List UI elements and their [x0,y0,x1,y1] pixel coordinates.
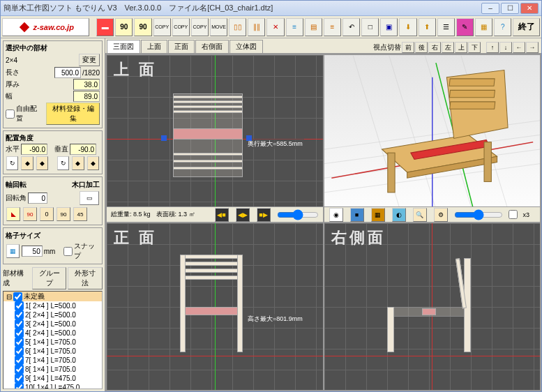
menu-icon[interactable]: ☰ [437,18,455,36]
quit-button[interactable]: 終了 [513,18,540,36]
tab-front[interactable]: 正面 [168,40,195,53]
rotate-90b-icon[interactable]: 90 [134,18,151,36]
page-icon[interactable]: □ [361,18,379,36]
tool-icon[interactable]: ▬ [96,18,114,36]
set-icon[interactable]: ⚙ [434,208,448,222]
list-icon[interactable]: ≡ [286,18,303,36]
part-checkbox[interactable] [15,329,24,338]
horiz-angle-input[interactable] [21,144,47,155]
tree-root[interactable]: ⊟ 未定義 [3,292,102,301]
save-icon[interactable]: ⬆ [419,18,436,36]
part-checkbox[interactable] [15,383,24,389]
endwork-icon[interactable]: ▭ [80,191,99,205]
snap-checkbox[interactable] [63,247,73,256]
rotate-90-icon[interactable]: 90 [115,18,133,36]
copy3-icon[interactable]: COPY [191,18,209,36]
part-item[interactable]: 10[ 1×4 ] L=475.0 [3,383,102,389]
front-view[interactable]: 正 面 高さ最大=801.9mm [107,223,323,390]
close-button[interactable]: ✕ [520,3,539,14]
rotate-icon[interactable]: ↻ [6,156,18,170]
top-view[interactable]: 上 面 奥行最大=585.5mm 総重量: 8.5 kg [107,55,323,222]
arrow-right-icon[interactable]: → [526,42,539,53]
part-item[interactable]: 4[ 2×4 ] L=500.0 [3,329,102,338]
thickness-input[interactable] [73,79,100,90]
delete-icon[interactable]: ✕ [266,18,284,36]
grid2-icon[interactable]: ▦ [475,18,492,36]
rot-p90-button[interactable]: 90 [23,207,37,221]
width-input[interactable] [73,91,100,102]
dir4-icon[interactable]: ◆ [87,156,99,170]
zoom-icon[interactable]: 🔍 [413,208,427,222]
outline-button[interactable]: 外形寸法 [68,267,103,289]
part-checkbox[interactable] [15,310,24,319]
new-icon[interactable]: ▣ [380,18,398,36]
length-input[interactable] [54,67,81,78]
change-button[interactable]: 変更 [79,54,100,66]
copy-icon[interactable]: COPY [153,18,171,36]
part-checkbox[interactable] [15,301,24,310]
split-icon[interactable]: ∥∥ [248,18,265,36]
part-checkbox[interactable] [15,374,24,383]
grid-icon[interactable]: ▤ [305,18,322,36]
rot-red-icon[interactable]: ◣ [6,207,20,221]
part-item[interactable]: 6[ 1×4 ] L=705.0 [3,347,102,356]
part-item[interactable]: 2[ 2×4 ] L=500.0 [3,310,102,319]
part-item[interactable]: 8[ 1×4 ] L=705.0 [3,365,102,374]
rot-zero-button[interactable]: 0 [40,207,54,221]
tab-top[interactable]: 上面 [141,40,167,53]
part-checkbox[interactable] [15,338,24,347]
arrow-down-icon[interactable]: ↓ [499,42,512,53]
rot-45-button[interactable]: 45 [73,207,87,221]
part-checkbox[interactable] [15,347,24,356]
align-right-icon[interactable]: ■▶ [257,208,271,222]
help-icon[interactable]: ? [494,18,511,36]
cam-right-button[interactable]: 右 [428,42,441,53]
maximize-button[interactable]: ☐ [501,3,519,14]
perspective-view[interactable]: ◉ ■ ▦ ◐ 🔍 ⚙ x3 [324,55,541,222]
vert-angle-input[interactable] [70,144,96,155]
undo-icon[interactable]: ↶ [342,18,360,36]
arrow-left-icon[interactable]: ← [513,42,525,53]
rotate2-icon[interactable]: ↻ [57,156,69,170]
align-center-icon[interactable]: ◀▶ [236,208,250,222]
gridsize-input[interactable] [22,246,43,257]
arrow-up-icon[interactable]: ↑ [486,42,499,53]
copy2-icon[interactable]: COPY [172,18,190,36]
dir2-icon[interactable]: ◆ [36,156,48,170]
part-item[interactable]: 3[ 2×4 ] L=500.0 [3,319,102,329]
cam-left-button[interactable]: 左 [442,42,454,53]
slider[interactable] [277,209,319,220]
persp-slider[interactable] [454,209,503,220]
dir3-icon[interactable]: ◆ [72,156,84,170]
wire-icon[interactable]: ▦ [371,208,385,222]
part-item[interactable]: 7[ 1×4 ] L=705.0 [3,356,102,365]
cam-front-button[interactable]: 前 [402,42,414,53]
tab-three-view[interactable]: 三面図 [107,40,140,53]
cam-up-button[interactable]: 上 [455,42,467,53]
rot-angle-input[interactable] [28,193,47,204]
tab-side[interactable]: 右側面 [195,40,229,53]
align-icon[interactable]: ▯▯ [229,18,246,36]
part-checkbox[interactable] [15,356,24,365]
dir-icon[interactable]: ◆ [21,156,33,170]
part-item[interactable]: 5[ 1×4 ] L=705.0 [3,338,102,347]
parts-tree[interactable]: ⊟ 未定義 1[ 2×4 ] L=500.0 2[ 2×4 ] L=500.0 … [3,291,103,389]
color-wheel-icon[interactable]: ◉ [329,208,343,222]
part-checkbox[interactable] [15,319,24,329]
material-edit-button[interactable]: 材料登録・編集 [46,103,100,125]
tab-solid[interactable]: 立体図 [229,40,263,53]
part-item[interactable]: 1[ 2×4 ] L=500.0 [3,301,102,310]
group-button[interactable]: グループ [32,267,67,289]
minimize-button[interactable]: – [481,3,499,14]
side-view[interactable]: 右側面 [324,223,541,390]
layers-icon[interactable]: ≡ [324,18,341,36]
x3-checkbox[interactable] [509,210,518,219]
part-checkbox[interactable] [15,365,24,374]
move-icon[interactable]: MOVE [210,18,227,36]
open-icon[interactable]: ⬇ [399,18,416,36]
cam-back-button[interactable]: 後 [415,42,428,53]
part-item[interactable]: 9[ 1×4 ] L=475.0 [3,374,102,383]
grid-icon2[interactable]: ▦ [6,244,20,258]
rot-m90-button[interactable]: 90 [57,207,70,221]
cam-down-button[interactable]: 下 [468,42,481,53]
